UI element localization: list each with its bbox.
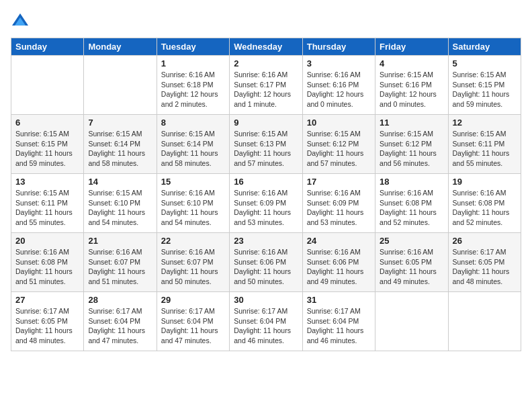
header-monday: Monday [84, 38, 157, 56]
day-number: 14 [88, 177, 152, 187]
day-number: 30 [234, 295, 298, 305]
logo-icon [11, 11, 30, 30]
day-number: 3 [307, 58, 371, 68]
calendar-cell: 12Sunrise: 6:15 AM Sunset: 6:11 PM Dayli… [448, 115, 521, 174]
day-info: Sunrise: 6:16 AM Sunset: 6:10 PM Dayligh… [161, 188, 225, 228]
day-number: 26 [453, 236, 517, 246]
calendar-cell: 26Sunrise: 6:17 AM Sunset: 6:05 PM Dayli… [448, 233, 521, 292]
calendar-table: SundayMondayTuesdayWednesdayThursdayFrid… [11, 38, 521, 351]
calendar-cell: 1Sunrise: 6:16 AM Sunset: 6:18 PM Daylig… [157, 56, 229, 115]
day-info: Sunrise: 6:16 AM Sunset: 6:05 PM Dayligh… [380, 247, 443, 287]
calendar-cell: 2Sunrise: 6:16 AM Sunset: 6:17 PM Daylig… [230, 56, 302, 115]
calendar-cell: 30Sunrise: 6:17 AM Sunset: 6:04 PM Dayli… [230, 292, 302, 351]
calendar-cell: 19Sunrise: 6:16 AM Sunset: 6:08 PM Dayli… [448, 174, 521, 233]
calendar-cell: 20Sunrise: 6:16 AM Sunset: 6:08 PM Dayli… [11, 233, 84, 292]
calendar-cell [375, 292, 448, 351]
day-info: Sunrise: 6:17 AM Sunset: 6:05 PM Dayligh… [15, 306, 79, 346]
day-info: Sunrise: 6:15 AM Sunset: 6:10 PM Dayligh… [88, 188, 152, 228]
calendar-cell: 11Sunrise: 6:15 AM Sunset: 6:12 PM Dayli… [375, 115, 448, 174]
calendar-cell: 23Sunrise: 6:16 AM Sunset: 6:06 PM Dayli… [230, 233, 302, 292]
calendar-cell: 4Sunrise: 6:15 AM Sunset: 6:16 PM Daylig… [375, 56, 448, 115]
day-info: Sunrise: 6:16 AM Sunset: 6:06 PM Dayligh… [307, 247, 371, 287]
day-number: 18 [380, 177, 443, 187]
day-info: Sunrise: 6:15 AM Sunset: 6:11 PM Dayligh… [15, 188, 79, 228]
day-info: Sunrise: 6:15 AM Sunset: 6:14 PM Dayligh… [88, 129, 152, 169]
calendar-cell: 28Sunrise: 6:17 AM Sunset: 6:04 PM Dayli… [84, 292, 157, 351]
logo [11, 11, 32, 30]
header-wednesday: Wednesday [230, 38, 302, 56]
day-number: 5 [453, 58, 517, 68]
day-info: Sunrise: 6:16 AM Sunset: 6:18 PM Dayligh… [161, 70, 225, 109]
day-number: 21 [88, 236, 152, 246]
day-info: Sunrise: 6:17 AM Sunset: 6:04 PM Dayligh… [88, 306, 152, 346]
calendar-cell: 10Sunrise: 6:15 AM Sunset: 6:12 PM Dayli… [302, 115, 375, 174]
day-info: Sunrise: 6:15 AM Sunset: 6:14 PM Dayligh… [161, 129, 225, 169]
header-sunday: Sunday [11, 38, 84, 56]
calendar-cell: 27Sunrise: 6:17 AM Sunset: 6:05 PM Dayli… [11, 292, 84, 351]
day-number: 16 [234, 177, 298, 187]
calendar-cell [448, 292, 521, 351]
calendar-cell: 29Sunrise: 6:17 AM Sunset: 6:04 PM Dayli… [157, 292, 229, 351]
calendar-body: 1Sunrise: 6:16 AM Sunset: 6:18 PM Daylig… [11, 56, 521, 351]
calendar-cell [11, 56, 84, 115]
day-info: Sunrise: 6:16 AM Sunset: 6:08 PM Dayligh… [453, 188, 517, 228]
calendar-cell: 16Sunrise: 6:16 AM Sunset: 6:09 PM Dayli… [230, 174, 302, 233]
day-info: Sunrise: 6:15 AM Sunset: 6:12 PM Dayligh… [307, 129, 371, 169]
day-info: Sunrise: 6:16 AM Sunset: 6:09 PM Dayligh… [234, 188, 298, 228]
calendar-cell: 24Sunrise: 6:16 AM Sunset: 6:06 PM Dayli… [302, 233, 375, 292]
day-info: Sunrise: 6:16 AM Sunset: 6:08 PM Dayligh… [15, 247, 79, 287]
calendar-cell: 21Sunrise: 6:16 AM Sunset: 6:07 PM Dayli… [84, 233, 157, 292]
day-number: 22 [161, 236, 225, 246]
calendar-cell: 3Sunrise: 6:16 AM Sunset: 6:16 PM Daylig… [302, 56, 375, 115]
day-number: 19 [453, 177, 517, 187]
calendar-cell: 9Sunrise: 6:15 AM Sunset: 6:13 PM Daylig… [230, 115, 302, 174]
calendar-cell [84, 56, 157, 115]
header-thursday: Thursday [302, 38, 375, 56]
day-info: Sunrise: 6:16 AM Sunset: 6:09 PM Dayligh… [307, 188, 371, 228]
calendar-cell: 18Sunrise: 6:16 AM Sunset: 6:08 PM Dayli… [375, 174, 448, 233]
calendar-cell: 7Sunrise: 6:15 AM Sunset: 6:14 PM Daylig… [84, 115, 157, 174]
day-number: 23 [234, 236, 298, 246]
calendar-week-4: 20Sunrise: 6:16 AM Sunset: 6:08 PM Dayli… [11, 233, 521, 292]
day-number: 13 [15, 177, 79, 187]
calendar-cell: 14Sunrise: 6:15 AM Sunset: 6:10 PM Dayli… [84, 174, 157, 233]
day-number: 27 [15, 295, 79, 305]
calendar-cell: 8Sunrise: 6:15 AM Sunset: 6:14 PM Daylig… [157, 115, 229, 174]
day-info: Sunrise: 6:16 AM Sunset: 6:16 PM Dayligh… [307, 70, 371, 109]
day-info: Sunrise: 6:17 AM Sunset: 6:04 PM Dayligh… [234, 306, 298, 346]
calendar-cell: 25Sunrise: 6:16 AM Sunset: 6:05 PM Dayli… [375, 233, 448, 292]
calendar-cell: 6Sunrise: 6:15 AM Sunset: 6:15 PM Daylig… [11, 115, 84, 174]
day-info: Sunrise: 6:15 AM Sunset: 6:15 PM Dayligh… [453, 70, 517, 109]
day-info: Sunrise: 6:16 AM Sunset: 6:08 PM Dayligh… [380, 188, 443, 228]
day-number: 2 [234, 58, 298, 68]
day-info: Sunrise: 6:16 AM Sunset: 6:07 PM Dayligh… [161, 247, 225, 287]
day-info: Sunrise: 6:17 AM Sunset: 6:05 PM Dayligh… [453, 247, 517, 287]
day-number: 1 [161, 58, 225, 68]
day-number: 10 [307, 118, 371, 128]
day-number: 20 [15, 236, 79, 246]
header-tuesday: Tuesday [157, 38, 229, 56]
day-info: Sunrise: 6:17 AM Sunset: 6:04 PM Dayligh… [161, 306, 225, 346]
calendar-cell: 17Sunrise: 6:16 AM Sunset: 6:09 PM Dayli… [302, 174, 375, 233]
calendar-week-2: 6Sunrise: 6:15 AM Sunset: 6:15 PM Daylig… [11, 115, 521, 174]
day-info: Sunrise: 6:15 AM Sunset: 6:16 PM Dayligh… [380, 70, 443, 109]
calendar-cell: 31Sunrise: 6:17 AM Sunset: 6:04 PM Dayli… [302, 292, 375, 351]
day-info: Sunrise: 6:17 AM Sunset: 6:04 PM Dayligh… [307, 306, 371, 346]
calendar-cell: 15Sunrise: 6:16 AM Sunset: 6:10 PM Dayli… [157, 174, 229, 233]
day-number: 29 [161, 295, 225, 305]
calendar-week-1: 1Sunrise: 6:16 AM Sunset: 6:18 PM Daylig… [11, 56, 521, 115]
day-info: Sunrise: 6:16 AM Sunset: 6:06 PM Dayligh… [234, 247, 298, 287]
day-number: 24 [307, 236, 371, 246]
day-number: 8 [161, 118, 225, 128]
calendar-header-row: SundayMondayTuesdayWednesdayThursdayFrid… [11, 38, 521, 56]
day-info: Sunrise: 6:15 AM Sunset: 6:11 PM Dayligh… [453, 129, 517, 169]
day-info: Sunrise: 6:15 AM Sunset: 6:12 PM Dayligh… [380, 129, 443, 169]
day-number: 15 [161, 177, 225, 187]
calendar-week-3: 13Sunrise: 6:15 AM Sunset: 6:11 PM Dayli… [11, 174, 521, 233]
day-info: Sunrise: 6:15 AM Sunset: 6:13 PM Dayligh… [234, 129, 298, 169]
calendar-cell: 13Sunrise: 6:15 AM Sunset: 6:11 PM Dayli… [11, 174, 84, 233]
header-saturday: Saturday [448, 38, 521, 56]
header-friday: Friday [375, 38, 448, 56]
calendar-cell: 22Sunrise: 6:16 AM Sunset: 6:07 PM Dayli… [157, 233, 229, 292]
day-number: 7 [88, 118, 152, 128]
